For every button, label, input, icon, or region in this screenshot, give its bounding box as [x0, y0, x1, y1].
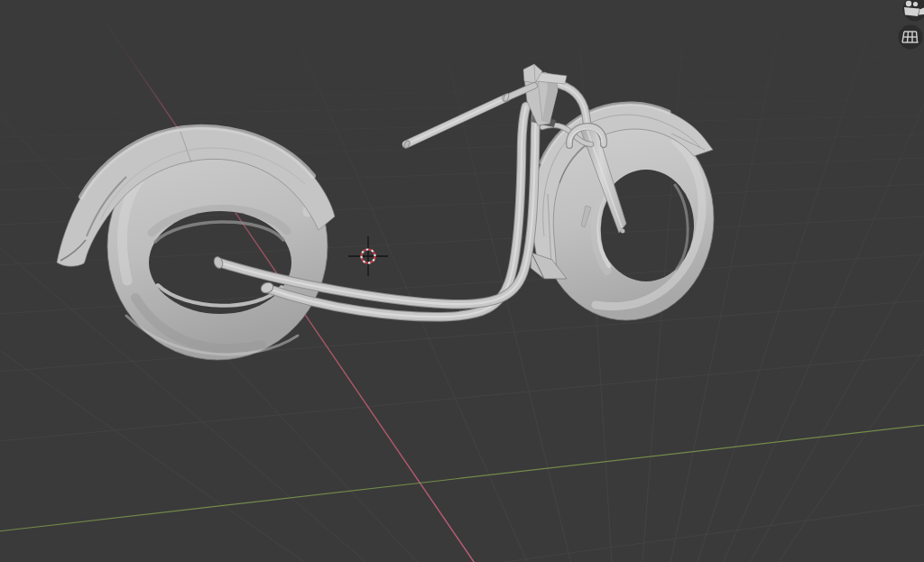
3d-viewport[interactable]: [0, 0, 924, 562]
gizmo-perspective-button[interactable]: [899, 25, 923, 50]
viewport-canvas[interactable]: [0, 0, 924, 562]
